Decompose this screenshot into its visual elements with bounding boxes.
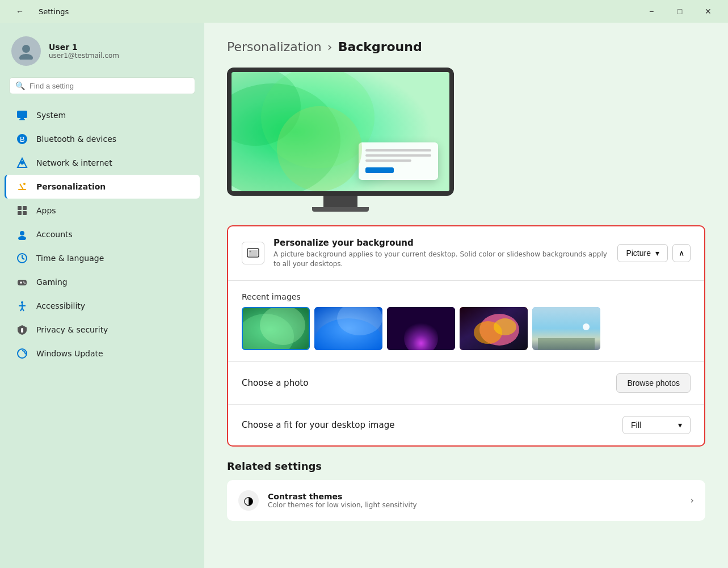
choose-photo-row: Choose a photo Browse photos: [242, 373, 691, 393]
image-thumb-2[interactable]: [314, 307, 382, 350]
svg-rect-3: [20, 118, 24, 119]
picture-dropdown[interactable]: Picture ▾: [617, 244, 668, 262]
nav-item-update[interactable]: Windows Update: [5, 342, 200, 365]
user-name: User 1: [49, 43, 119, 52]
time-label: Time & language: [36, 254, 104, 263]
titlebar: ← Settings − □ ✕: [0, 0, 728, 23]
svg-point-55: [583, 323, 590, 330]
svg-text:B: B: [20, 135, 25, 144]
svg-point-1: [19, 54, 33, 60]
minimize-button[interactable]: −: [638, 2, 664, 20]
background-icon: [242, 242, 264, 264]
svg-point-16: [20, 231, 24, 235]
nav-item-privacy[interactable]: Privacy & security: [5, 318, 200, 342]
system-icon: [16, 109, 28, 121]
breadcrumb-parent[interactable]: Personalization: [227, 40, 322, 54]
image-thumb-3[interactable]: [387, 307, 455, 350]
contrast-themes-item[interactable]: ◑ Contrast themes Color themes for low v…: [227, 480, 705, 521]
svg-rect-12: [18, 206, 22, 210]
system-label: System: [36, 111, 66, 120]
window-line: [365, 154, 431, 157]
personalize-text: Personalize your background A picture ba…: [273, 238, 608, 269]
svg-rect-10: [19, 183, 24, 190]
close-button[interactable]: ✕: [695, 2, 721, 20]
window-line: [365, 159, 411, 162]
fit-value: Fill: [631, 420, 641, 430]
browse-photos-button[interactable]: Browse photos: [616, 373, 691, 393]
related-settings-title: Related settings: [227, 460, 705, 472]
breadcrumb-current: Background: [338, 40, 422, 54]
nav-item-apps[interactable]: Apps: [5, 199, 200, 222]
collapse-button[interactable]: ∧: [672, 244, 691, 262]
maximize-button[interactable]: □: [667, 2, 693, 20]
privacy-icon: [16, 323, 28, 336]
accessibility-label: Accessibility: [36, 301, 85, 310]
apps-icon: [16, 204, 28, 217]
main-content: Personalization › Background: [204, 23, 728, 568]
nav-item-system[interactable]: System: [5, 103, 200, 127]
monitor-screen: [232, 72, 449, 191]
window-button: [365, 167, 394, 173]
fit-chevron-icon: ▾: [678, 420, 682, 430]
search-icon: 🔍: [15, 81, 25, 90]
privacy-label: Privacy & security: [36, 325, 108, 334]
contrast-themes-subtitle: Color themes for low vision, light sensi…: [268, 501, 681, 509]
svg-point-11: [23, 183, 26, 185]
nav-item-gaming[interactable]: Gaming: [5, 270, 200, 294]
titlebar-controls: − □ ✕: [638, 2, 721, 20]
svg-point-0: [22, 45, 30, 53]
svg-point-17: [18, 236, 26, 240]
chevron-right-icon: ›: [691, 495, 694, 506]
desktop-window: [359, 142, 438, 180]
image-thumb-4[interactable]: [460, 307, 528, 350]
accessibility-icon: [16, 300, 28, 312]
svg-rect-56: [538, 338, 595, 350]
update-label: Windows Update: [36, 349, 103, 358]
network-label: Network & internet: [36, 158, 112, 167]
nav-item-accessibility[interactable]: Accessibility: [5, 294, 200, 318]
fit-label: Choose a fit for your desktop image: [242, 420, 394, 430]
app-body: User 1 user1@testmail.com 🔍 System B Blu…: [0, 23, 728, 568]
nav-item-accounts[interactable]: Accounts: [5, 222, 200, 246]
choose-photo-label: Choose a photo: [242, 378, 308, 388]
breadcrumb: Personalization › Background: [227, 40, 705, 54]
gaming-label: Gaming: [36, 277, 68, 287]
personalize-control: Picture ▾ ∧: [617, 244, 691, 262]
monitor-frame: [227, 68, 454, 196]
svg-rect-4: [19, 119, 25, 120]
personalize-subtitle: A picture background applies to your cur…: [273, 250, 608, 269]
search-box[interactable]: 🔍: [9, 77, 195, 94]
related-panel: ◑ Contrast themes Color themes for low v…: [227, 480, 705, 521]
svg-rect-9: [18, 189, 26, 190]
svg-line-30: [22, 308, 24, 311]
back-button[interactable]: ←: [7, 2, 33, 20]
svg-point-26: [21, 301, 23, 304]
contrast-themes-title: Contrast themes: [268, 492, 681, 501]
svg-line-20: [22, 258, 24, 259]
personalize-row: Personalize your background A picture ba…: [242, 238, 691, 269]
nav-item-time[interactable]: Time & language: [5, 246, 200, 270]
chevron-down-icon: ▾: [655, 249, 659, 258]
personalize-section: Personalize your background A picture ba…: [228, 226, 704, 281]
monitor-stand: [323, 196, 357, 207]
svg-point-38: [232, 72, 301, 146]
nav-item-bluetooth[interactable]: B Bluetooth & devices: [5, 127, 200, 151]
personalize-title: Personalize your background: [273, 238, 608, 248]
nav-item-network[interactable]: Network & internet: [5, 151, 200, 175]
svg-rect-15: [23, 211, 27, 215]
user-profile[interactable]: User 1 user1@testmail.com: [0, 32, 204, 77]
image-thumb-5[interactable]: [532, 307, 600, 350]
nav-item-personalization[interactable]: Personalization: [5, 175, 200, 199]
image-thumb-1[interactable]: [242, 307, 310, 350]
svg-point-8: [20, 161, 24, 165]
search-input[interactable]: [30, 82, 189, 90]
personalization-label: Personalization: [36, 182, 106, 191]
titlebar-left: ← Settings: [7, 2, 69, 20]
collapse-icon: ∧: [679, 249, 684, 258]
bluetooth-icon: B: [16, 133, 28, 145]
monitor-preview: [227, 68, 454, 212]
time-icon: [16, 252, 28, 264]
personalization-icon: [16, 180, 28, 193]
svg-point-53: [494, 318, 516, 335]
fit-dropdown[interactable]: Fill ▾: [622, 416, 691, 434]
